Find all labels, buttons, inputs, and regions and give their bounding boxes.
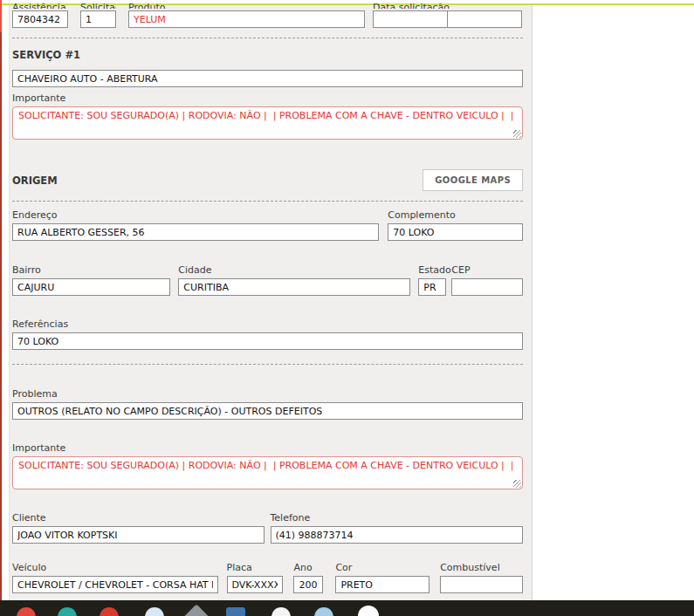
gray-pointer-app-icon[interactable] — [182, 604, 210, 616]
produto-label: Produto — [128, 2, 365, 9]
telefone-field: Telefone — [271, 512, 524, 544]
solicitacao-label: Solicitação — [80, 2, 116, 9]
telefone-input[interactable] — [271, 526, 524, 544]
ano-label: Ano — [293, 562, 323, 573]
teal-circle-app-icon[interactable] — [58, 607, 77, 616]
client-row: Cliente Telefone — [12, 512, 523, 544]
cor-label: Cor — [335, 562, 429, 573]
ano-input[interactable] — [293, 576, 323, 593]
cor-input[interactable] — [335, 576, 429, 593]
data-solicitacao-label: Data solicitação — [373, 2, 523, 9]
cliente-input[interactable] — [12, 526, 265, 544]
blue-circle-app-icon[interactable] — [314, 607, 333, 616]
importante2-textarea[interactable]: SOLICITANTE: SOU SEGURADO(A) | RODOVIA: … — [12, 456, 523, 489]
district-row: Bairro Cidade Estado CEP — [12, 264, 523, 296]
blue-window-app-icon[interactable] — [226, 607, 245, 616]
assistencia-field: Assistência — [12, 5, 68, 28]
complemento-field: Complemento — [388, 209, 523, 241]
referencias-label: Referências — [12, 318, 523, 330]
white-circle-app-icon[interactable] — [271, 607, 291, 616]
estado-field: Estado — [418, 264, 446, 296]
placa-input[interactable] — [227, 576, 284, 593]
data-solicitacao-field: Data solicitação — [373, 5, 523, 28]
estado-label: Estado — [418, 264, 446, 276]
complemento-input[interactable] — [388, 223, 523, 241]
combustivel-field: Combustível — [440, 562, 523, 593]
bairro-input[interactable] — [12, 278, 170, 296]
resize-grip-icon[interactable] — [513, 480, 521, 488]
cep-field: CEP — [451, 264, 523, 296]
cidade-field: Cidade — [178, 264, 410, 296]
endereco-input[interactable] — [12, 223, 379, 241]
solicitacao-input[interactable] — [80, 10, 116, 28]
produto-field: Produto — [128, 5, 365, 28]
cliente-field: Cliente — [12, 512, 265, 544]
problema-input[interactable] — [12, 402, 523, 420]
veiculo-input[interactable] — [12, 576, 218, 593]
importante2-label: Importante — [12, 442, 523, 454]
screen: Assistência Solicitação Produto Data sol… — [0, 0, 694, 616]
importante1-wrap: SOLICITANTE: SOU SEGURADO(A) | RODOVIA: … — [12, 106, 523, 140]
assistencia-label: Assistência — [12, 2, 68, 9]
telefone-label: Telefone — [271, 512, 524, 524]
endereco-label: Endereço — [12, 209, 379, 221]
complemento-label: Complemento — [388, 209, 523, 221]
placa-label: Placa — [227, 562, 284, 573]
data-solicitacao-time-input[interactable] — [447, 10, 522, 28]
address-row: Endereço Complemento — [12, 209, 523, 241]
origem-heading: ORIGEM — [12, 175, 58, 187]
produto-input[interactable] — [128, 10, 365, 28]
combustivel-label: Combustível — [440, 562, 523, 573]
importante2-wrap: SOLICITANTE: SOU SEGURADO(A) | RODOVIA: … — [12, 456, 523, 489]
form-panel: Assistência Solicitação Produto Data sol… — [9, 5, 533, 600]
referencias-input[interactable] — [12, 332, 523, 350]
importante1-label: Importante — [12, 92, 523, 104]
resize-grip-icon[interactable] — [513, 130, 521, 138]
taskbar — [0, 600, 694, 616]
separator — [12, 201, 523, 202]
red-circle-app-icon[interactable] — [17, 607, 36, 616]
placa-field: Placa — [227, 562, 284, 593]
origem-header-row: ORIGEM GOOGLE MAPS — [12, 169, 523, 191]
cep-label: CEP — [451, 264, 523, 276]
google-maps-button[interactable]: GOOGLE MAPS — [423, 169, 523, 191]
cliente-label: Cliente — [12, 512, 265, 524]
cidade-label: Cidade — [178, 264, 410, 276]
solicitacao-field: Solicitação — [80, 5, 116, 28]
separator — [12, 38, 523, 38]
veiculo-label: Veículo — [12, 562, 218, 573]
servico-heading: SERVIÇO #1 — [12, 49, 523, 61]
servico-input[interactable] — [12, 70, 523, 87]
left-edge-accent — [0, 0, 2, 600]
cor-field: Cor — [335, 562, 429, 593]
ano-field: Ano — [293, 562, 323, 593]
endereco-field: Endereço — [12, 209, 379, 241]
cidade-input[interactable] — [178, 278, 410, 296]
white-globe-app-icon[interactable] — [358, 606, 379, 616]
header-field-row: Assistência Solicitação Produto Data sol… — [12, 5, 523, 28]
estado-input[interactable] — [418, 278, 446, 296]
vehicle-row: Veículo Placa Ano Cor Combustível — [12, 562, 523, 593]
separator — [12, 364, 523, 365]
light-blue-app-icon[interactable] — [145, 607, 164, 616]
problema-label: Problema — [12, 388, 523, 400]
bairro-field: Bairro — [12, 264, 170, 296]
importante1-textarea[interactable]: SOLICITANTE: SOU SEGURADO(A) | RODOVIA: … — [12, 106, 523, 140]
cep-input[interactable] — [451, 278, 523, 296]
bairro-label: Bairro — [12, 264, 170, 276]
veiculo-field: Veículo — [12, 562, 218, 593]
assistencia-input[interactable] — [12, 10, 68, 28]
red-badge-app-icon[interactable] — [100, 607, 119, 616]
combustivel-input[interactable] — [440, 576, 523, 593]
data-solicitacao-date-input[interactable] — [373, 10, 448, 28]
